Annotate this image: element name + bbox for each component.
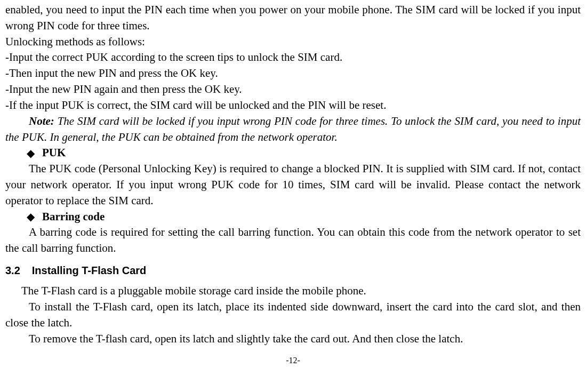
note-text: The SIM card will be locked if you input… — [5, 115, 581, 143]
note-paragraph: Note: The SIM card will be locked if you… — [5, 114, 581, 146]
document-page: enabled, you need to input the PIN each … — [0, 0, 586, 366]
note-label: Note: — [29, 115, 54, 127]
section-heading: 3.2Installing T-Flash Card — [5, 263, 581, 278]
bullet-title: PUK — [42, 145, 66, 161]
body-text: -If the input PUK is correct, the SIM ca… — [5, 98, 581, 114]
body-text: enabled, you need to input the PIN each … — [5, 2, 581, 34]
body-text: A barring code is required for setting t… — [5, 225, 581, 257]
page-number: -12- — [5, 355, 581, 367]
body-text: To install the T-Flash card, open its la… — [5, 299, 581, 331]
body-text: Unlocking methods as follows: — [5, 34, 581, 50]
bullet-item-barring: ◆ Barring code — [5, 209, 581, 225]
section-title: Installing T-Flash Card — [32, 265, 146, 276]
body-text: -Input the new PIN again and then press … — [5, 82, 581, 98]
body-text: The PUK code (Personal Unlocking Key) is… — [5, 161, 581, 209]
bullet-item-puk: ◆ PUK — [5, 145, 581, 161]
body-text: To remove the T-flash card, open its lat… — [5, 331, 581, 347]
bullet-title: Barring code — [42, 209, 105, 225]
diamond-icon: ◆ — [27, 148, 35, 158]
section-number: 3.2 — [5, 265, 20, 276]
body-text: The T-Flash card is a pluggable mobile s… — [5, 283, 581, 299]
body-text: -Then input the new PIN and press the OK… — [5, 66, 581, 82]
diamond-icon: ◆ — [27, 211, 35, 222]
body-text: -Input the correct PUK according to the … — [5, 50, 581, 66]
